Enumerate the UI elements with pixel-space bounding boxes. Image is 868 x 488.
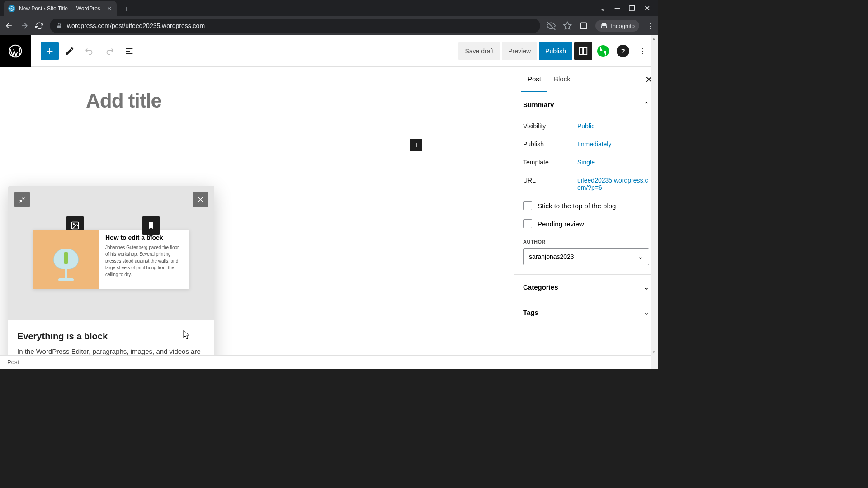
vertical-scrollbar[interactable] xyxy=(651,35,658,369)
tour-preview-image xyxy=(33,230,99,289)
breadcrumb[interactable]: Post xyxy=(7,359,19,366)
extensions-icon[interactable] xyxy=(579,21,588,30)
post-title-input[interactable]: Add title xyxy=(86,89,514,112)
settings-sidebar: Post Block ✕ Summary ⌃ Visibility Public… xyxy=(514,67,658,355)
edit-tool-icon[interactable] xyxy=(61,42,79,60)
svg-rect-7 xyxy=(584,47,587,54)
eye-off-icon[interactable] xyxy=(547,21,556,30)
svg-point-9 xyxy=(73,224,75,225)
browser-menu-icon[interactable]: ⋮ xyxy=(646,22,654,30)
tab-title: New Post ‹ Site Title — WordPres xyxy=(19,5,103,12)
jetpack-icon[interactable] xyxy=(594,42,612,60)
settings-toggle[interactable] xyxy=(574,42,592,60)
svg-rect-1 xyxy=(57,25,61,28)
document-overview-icon[interactable] xyxy=(120,42,138,60)
tab-post[interactable]: Post xyxy=(521,67,547,92)
options-menu[interactable]: ⋮ xyxy=(634,42,652,60)
tour-heading: Everything is a block xyxy=(17,331,205,342)
close-window-icon[interactable]: ✕ xyxy=(644,4,650,13)
template-label: Template xyxy=(523,159,577,166)
wordpress-favicon-icon xyxy=(8,5,15,12)
svg-rect-3 xyxy=(581,23,587,28)
chevron-down-icon: ⌄ xyxy=(638,253,643,260)
visibility-label: Visibility xyxy=(523,122,577,130)
reload-button[interactable] xyxy=(35,22,43,30)
close-tour-button[interactable]: ✕ xyxy=(193,192,208,207)
author-heading: AUTHOR xyxy=(523,239,649,244)
svg-point-5 xyxy=(604,25,607,28)
redo-button xyxy=(100,42,118,60)
template-value[interactable]: Single xyxy=(577,159,649,166)
svg-point-4 xyxy=(601,25,604,28)
chevron-up-icon: ⌃ xyxy=(643,100,649,109)
status-bar: Post xyxy=(0,355,658,369)
new-tab-button[interactable]: + xyxy=(120,3,133,15)
url-text: wordpress.com/post/uifeed20235.wordpress… xyxy=(67,22,205,29)
stick-label: Stick to the top of the blog xyxy=(538,202,616,210)
svg-marker-2 xyxy=(564,22,571,29)
incognito-badge[interactable]: Incognito xyxy=(595,20,639,32)
chevron-down-icon: ⌄ xyxy=(643,308,649,317)
publish-label: Publish xyxy=(523,141,577,148)
editor-toolbar: Save draft Preview Publish ? ⋮ xyxy=(0,35,658,67)
preview-button[interactable]: Preview xyxy=(502,42,537,60)
forward-button xyxy=(20,21,29,30)
tour-preview-card: How to edit a block Johannes Gutenberg p… xyxy=(33,230,189,289)
minimize-tour-icon[interactable] xyxy=(14,192,30,207)
publish-button[interactable]: Publish xyxy=(539,42,572,60)
add-block-toggle[interactable] xyxy=(41,42,59,60)
maximize-icon[interactable]: ❐ xyxy=(629,4,635,13)
stick-checkbox[interactable] xyxy=(523,201,532,210)
pending-review-label: Pending review xyxy=(538,220,584,228)
star-icon[interactable] xyxy=(563,21,572,30)
lock-icon xyxy=(56,23,62,29)
chevron-down-icon: ⌄ xyxy=(643,283,649,291)
help-button[interactable]: ? xyxy=(614,42,632,60)
author-select[interactable]: sarahjonas2023 ⌄ xyxy=(523,248,649,265)
browser-tab[interactable]: New Post ‹ Site Title — WordPres ✕ xyxy=(4,1,117,16)
svg-rect-6 xyxy=(580,47,583,54)
categories-section-toggle[interactable]: Categories ⌄ xyxy=(514,275,658,300)
minimize-icon[interactable]: ─ xyxy=(615,4,620,12)
visibility-value[interactable]: Public xyxy=(577,122,649,130)
back-button[interactable] xyxy=(5,21,14,30)
url-value[interactable]: uifeed20235.wordpress.com/?p=6 xyxy=(577,177,649,191)
publish-value[interactable]: Immediately xyxy=(577,141,649,148)
pending-review-checkbox[interactable] xyxy=(523,219,532,228)
tags-section-toggle[interactable]: Tags ⌄ xyxy=(514,300,658,325)
chevron-down-icon[interactable]: ⌄ xyxy=(600,4,606,13)
tour-card-title: How to edit a block xyxy=(105,234,183,241)
wordpress-logo[interactable] xyxy=(0,35,31,67)
tab-close-icon[interactable]: ✕ xyxy=(107,5,112,12)
address-bar[interactable]: wordpress.com/post/uifeed20235.wordpress… xyxy=(50,19,540,33)
url-label: URL xyxy=(523,177,577,191)
tour-card-body: Johannes Gutenberg paced the floor of hi… xyxy=(105,244,183,278)
summary-section-toggle[interactable]: Summary ⌃ xyxy=(514,92,658,117)
editor-canvas[interactable]: Add title + ✕ How to edit a block xyxy=(0,67,514,355)
tour-description: In the WordPress Editor, paragraphs, ima… xyxy=(17,346,205,355)
bookmark-icon xyxy=(142,216,160,235)
save-draft-button[interactable]: Save draft xyxy=(458,42,500,60)
onboarding-tour: ✕ How to edit a block Johannes Gutenberg… xyxy=(8,186,214,355)
inline-add-block-button[interactable]: + xyxy=(410,139,422,151)
tab-block[interactable]: Block xyxy=(547,67,577,92)
incognito-icon xyxy=(600,22,608,30)
undo-button xyxy=(80,42,99,60)
